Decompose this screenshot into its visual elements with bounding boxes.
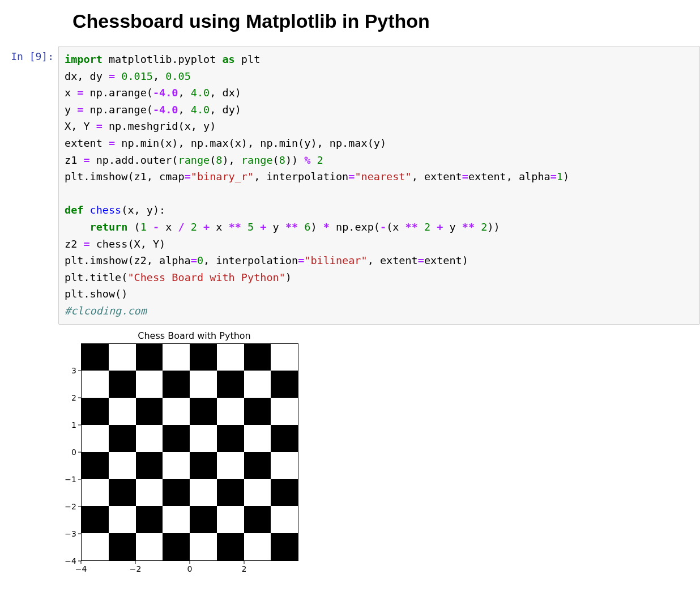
chessboard-chart: Chess Board with Python −4−3−2−10123 −4−… (58, 330, 308, 575)
chessboard-square (163, 371, 190, 398)
chessboard-square (190, 371, 217, 398)
chessboard-square (217, 533, 244, 560)
chessboard-square (217, 425, 244, 452)
chessboard-square (271, 479, 298, 506)
chessboard-square (109, 344, 136, 371)
chessboard-square (244, 344, 271, 371)
chessboard-square (217, 506, 244, 533)
chessboard-square (271, 398, 298, 425)
chessboard-square (136, 371, 163, 398)
x-tick-label: 0 (187, 564, 193, 573)
y-tick-label: −1 (65, 475, 76, 484)
chessboard-square (136, 425, 163, 452)
chessboard-square (82, 506, 109, 533)
output-area: Chess Board with Python −4−3−2−10123 −4−… (58, 330, 700, 575)
chessboard-square (190, 506, 217, 533)
chessboard-square (244, 398, 271, 425)
code-input-area[interactable]: import matplotlib.pyplot as plt dx, dy =… (58, 46, 700, 325)
chessboard-square (163, 398, 190, 425)
chessboard-square (271, 533, 298, 560)
chessboard-square (163, 452, 190, 479)
chessboard-square (271, 506, 298, 533)
chessboard-square (244, 425, 271, 452)
y-tick-label: 2 (71, 393, 76, 402)
chessboard-square (271, 344, 298, 371)
chessboard-square (109, 425, 136, 452)
x-tick-label: −2 (130, 564, 142, 573)
x-tick-label: 2 (242, 564, 247, 573)
chessboard-square (136, 398, 163, 425)
chessboard-square (136, 479, 163, 506)
chessboard-square (244, 506, 271, 533)
input-prompt: In [9]: (0, 46, 58, 62)
y-axis: −4−3−2−10123 (58, 343, 81, 561)
notebook-cell: In [9]: import matplotlib.pyplot as plt … (0, 46, 700, 325)
x-tick-label: −4 (75, 564, 87, 573)
chessboard-square (217, 344, 244, 371)
chessboard-square (244, 371, 271, 398)
chessboard-square (109, 506, 136, 533)
chessboard-square (136, 452, 163, 479)
y-tick-label: −2 (65, 502, 76, 511)
chessboard-square (163, 479, 190, 506)
chessboard-square (244, 533, 271, 560)
chessboard-square (190, 398, 217, 425)
chessboard-square (82, 479, 109, 506)
chessboard-square (136, 506, 163, 533)
chessboard-square (82, 425, 109, 452)
chessboard-square (217, 479, 244, 506)
plot-area (81, 343, 298, 561)
code-block: import matplotlib.pyplot as plt dx, dy =… (65, 51, 694, 320)
chessboard-square (82, 398, 109, 425)
chessboard-square (136, 344, 163, 371)
chessboard-square (109, 452, 136, 479)
chessboard-square (190, 533, 217, 560)
chessboard-square (136, 533, 163, 560)
chessboard-square (109, 398, 136, 425)
chessboard-square (244, 479, 271, 506)
chessboard-square (190, 425, 217, 452)
chessboard-square (163, 506, 190, 533)
y-tick-label: −3 (65, 529, 76, 538)
chessboard-square (271, 425, 298, 452)
chessboard-square (82, 344, 109, 371)
chessboard-square (82, 452, 109, 479)
chessboard-square (163, 533, 190, 560)
chessboard-square (217, 452, 244, 479)
chessboard-square (109, 371, 136, 398)
chessboard-square (190, 479, 217, 506)
chessboard-square (244, 452, 271, 479)
y-tick-label: 0 (71, 448, 76, 457)
y-tick-label: 3 (71, 366, 76, 375)
chessboard-square (109, 533, 136, 560)
y-tick-label: 1 (71, 420, 76, 429)
chessboard-square (82, 533, 109, 560)
chessboard-square (163, 425, 190, 452)
chessboard-square (163, 344, 190, 371)
chart-title: Chess Board with Python (81, 330, 308, 341)
x-axis: −4−202 (81, 561, 298, 575)
chessboard-square (271, 452, 298, 479)
chessboard-square (109, 479, 136, 506)
chessboard-square (190, 452, 217, 479)
page-title: Chessboard using Matplotlib in Python (72, 10, 700, 32)
chessboard-square (82, 371, 109, 398)
chessboard-square (271, 371, 298, 398)
chessboard-square (217, 371, 244, 398)
chessboard-square (217, 398, 244, 425)
chessboard-square (190, 344, 217, 371)
